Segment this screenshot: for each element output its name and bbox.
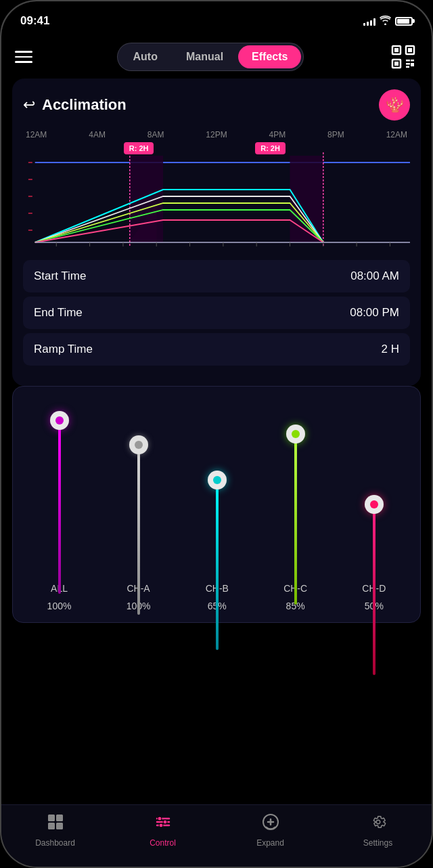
timeline-label-3: 12PM [206, 130, 227, 139]
slider-track-ch-d [373, 499, 375, 675]
svg-rect-1 [394, 48, 398, 52]
tab-auto[interactable]: Auto [120, 45, 171, 68]
header: Auto Manual Effects [1, 35, 432, 79]
svg-rect-9 [411, 63, 414, 66]
ramp-time-value: 2 H [382, 343, 399, 356]
hamburger-line-2 [15, 56, 32, 58]
svg-point-43 [163, 820, 167, 824]
timeline-label-4: 4PM [269, 130, 286, 139]
slider-thumb-ch-b[interactable] [208, 471, 227, 490]
back-icon[interactable]: ↩ [23, 96, 35, 114]
ramp-badge-right: R: 2H [255, 142, 286, 154]
timeline-label-0: 12AM [26, 130, 47, 139]
slider-thumb-inner-all [55, 416, 64, 425]
slider-thumb-inner-ch-c [292, 430, 300, 438]
chart-svg [23, 142, 410, 251]
svg-rect-5 [394, 62, 398, 66]
timeline-label-1: 4AM [89, 130, 106, 139]
slider-thumb-ch-c[interactable] [286, 425, 305, 443]
slider-thumb-inner-ch-b [213, 476, 221, 484]
slider-track-container-ch-a[interactable] [136, 400, 141, 576]
ramp-time-label: Ramp Time [34, 343, 93, 356]
start-time-row[interactable]: Start Time 08:00 AM [23, 260, 410, 292]
time-settings: Start Time 08:00 AM End Time 08:00 PM Ra… [23, 260, 410, 366]
end-time-row[interactable]: End Time 08:00 PM [23, 297, 410, 329]
acclimation-row: ↩ Acclimation 🪸 [23, 89, 410, 121]
slider-value-all: 100% [47, 601, 72, 611]
ramp-time-row[interactable]: Ramp Time 2 H [23, 333, 410, 366]
signal-bar-2 [367, 22, 369, 26]
signal-bar-1 [363, 23, 365, 26]
dynamic-island [176, 9, 257, 32]
slider-track-ch-b [216, 474, 219, 650]
qr-icon [391, 45, 415, 69]
timeline-labels: 12AM 4AM 8AM 12PM 4PM 8PM 12AM [23, 130, 410, 139]
hamburger-menu-icon[interactable] [15, 51, 32, 63]
nav-dashboard[interactable]: Dashboard [32, 813, 79, 848]
slider-track-container-ch-b[interactable] [214, 400, 220, 576]
settings-icon [369, 813, 387, 835]
tab-effects[interactable]: Effects [238, 45, 301, 68]
timeline-label-2: 8AM [147, 130, 164, 139]
slider-track-container-ch-c[interactable] [293, 400, 298, 576]
dashboard-icon [47, 813, 64, 835]
acclimation-left: ↩ Acclimation [23, 96, 127, 114]
svg-point-44 [159, 823, 163, 827]
timeline-label-5: 8PM [327, 130, 344, 139]
qr-code-button[interactable] [388, 42, 418, 72]
hamburger-line-3 [15, 61, 32, 63]
slider-col-ch-b: CH-B 65% [206, 400, 229, 611]
slider-track-container-all[interactable] [57, 400, 62, 576]
slider-track-ch-a [137, 439, 140, 615]
slider-track-container-ch-d[interactable] [371, 400, 377, 576]
end-time-label: End Time [34, 306, 83, 320]
coral-button[interactable]: 🪸 [379, 89, 410, 121]
signal-bar-4 [373, 18, 375, 26]
end-time-value: 08:00 PM [350, 306, 399, 320]
nav-expand-label: Expand [256, 838, 284, 848]
slider-thumb-all[interactable] [50, 411, 69, 430]
slider-thumb-inner-ch-d [370, 500, 378, 508]
nav-dashboard-label: Dashboard [35, 838, 75, 848]
start-time-value: 08:00 AM [350, 269, 399, 283]
sliders-section: ALL 100% CH-A 100% [12, 386, 421, 623]
status-time: 09:41 [20, 14, 49, 28]
bottom-nav: Dashboard Control [1, 804, 432, 867]
tab-manual[interactable]: Manual [173, 45, 237, 68]
svg-point-42 [158, 817, 162, 821]
svg-rect-37 [48, 823, 55, 829]
slider-thumb-ch-d[interactable] [365, 495, 384, 514]
battery-fill [397, 19, 409, 24]
slider-track-all [58, 418, 61, 594]
acclimation-title: Acclimation [42, 96, 127, 114]
nav-settings-label: Settings [363, 838, 392, 848]
expand-icon [262, 813, 279, 835]
control-icon [154, 813, 172, 835]
svg-rect-10 [406, 66, 409, 68]
chart-container: R: 2H R: 2H [23, 142, 410, 251]
wifi-icon [380, 16, 391, 27]
start-time-label: Start Time [34, 269, 86, 283]
svg-rect-6 [406, 60, 410, 62]
svg-rect-38 [56, 823, 63, 829]
signal-bars-icon [363, 17, 375, 26]
coral-icon: 🪸 [386, 96, 404, 114]
svg-rect-7 [406, 63, 410, 65]
svg-rect-3 [408, 48, 412, 52]
svg-rect-36 [56, 815, 63, 821]
phone-screen: 09:41 [1, 1, 432, 867]
signal-bar-3 [370, 20, 372, 26]
ramp-badge-left: R: 2H [124, 142, 154, 154]
battery-icon [395, 17, 413, 26]
svg-point-46 [376, 820, 380, 824]
tab-group: Auto Manual Effects [117, 43, 304, 71]
slider-col-ch-c: CH-C 85% [283, 400, 307, 611]
status-icons [363, 16, 413, 27]
slider-col-ch-a: CH-A 100% [127, 400, 151, 611]
nav-expand[interactable]: Expand [247, 813, 294, 848]
slider-thumb-ch-a[interactable] [129, 435, 148, 454]
nav-settings[interactable]: Settings [355, 813, 402, 848]
slider-track-ch-c [294, 429, 297, 605]
timeline-label-6: 12AM [386, 130, 407, 139]
nav-control[interactable]: Control [139, 813, 187, 848]
